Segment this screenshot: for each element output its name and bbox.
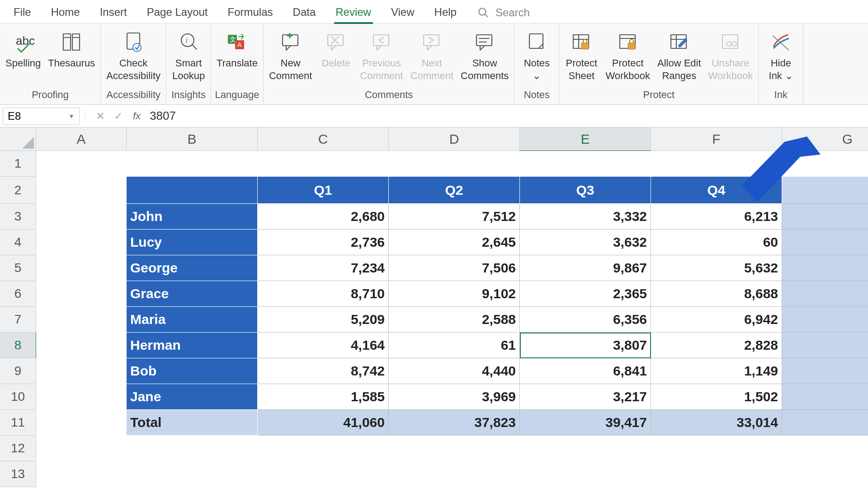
- cell-B6[interactable]: Grace: [127, 281, 258, 307]
- cell-F4[interactable]: 60: [651, 230, 782, 255]
- cell-D2[interactable]: Q2: [389, 177, 520, 204]
- cell-E10[interactable]: 3,217: [520, 384, 651, 410]
- protect-sheet-button[interactable]: Protect Sheet: [561, 26, 602, 82]
- cell-E7[interactable]: 6,356: [520, 307, 651, 333]
- row-header-5[interactable]: 5: [0, 255, 36, 281]
- tab-insert[interactable]: Insert: [90, 1, 137, 24]
- column-header-B[interactable]: B: [127, 127, 258, 151]
- search-box[interactable]: Search: [477, 6, 530, 19]
- cell-C7[interactable]: 5,209: [258, 307, 389, 333]
- row-header-13[interactable]: 13: [0, 461, 36, 487]
- cell-D7[interactable]: 2,588: [389, 307, 520, 333]
- cell-F7[interactable]: 6,942: [651, 307, 782, 333]
- cell-G10[interactable]: 10,: [782, 384, 868, 410]
- column-header-E[interactable]: E: [520, 127, 651, 151]
- row-header-7[interactable]: 7: [0, 307, 36, 333]
- tab-formulas[interactable]: Formulas: [218, 1, 283, 24]
- row-header-6[interactable]: 6: [0, 281, 36, 307]
- select-all-corner[interactable]: [0, 127, 36, 151]
- spelling-button[interactable]: abcSpelling: [2, 26, 44, 70]
- cell-C11[interactable]: 41,060: [258, 410, 389, 436]
- row-header-4[interactable]: 4: [0, 230, 36, 255]
- tab-help[interactable]: Help: [425, 1, 467, 24]
- cell-C10[interactable]: 1,585: [258, 384, 389, 410]
- new-comment-button[interactable]: New Comment: [265, 26, 316, 82]
- cell-E4[interactable]: 3,632: [520, 230, 651, 255]
- name-box-dropdown-icon[interactable]: ▼: [68, 113, 75, 120]
- tab-review[interactable]: Review: [326, 1, 381, 24]
- smart-lookup-button[interactable]: iSmart Lookup: [168, 26, 209, 82]
- row-header-1[interactable]: 1: [0, 151, 36, 177]
- cell-C4[interactable]: 2,736: [258, 230, 389, 255]
- cell-D10[interactable]: 3,969: [389, 384, 520, 410]
- cell-B10[interactable]: Jane: [127, 384, 258, 410]
- cell-G11[interactable]: [782, 410, 868, 436]
- column-header-C[interactable]: C: [258, 127, 389, 151]
- cell-D6[interactable]: 9,102: [389, 281, 520, 307]
- cell-C6[interactable]: 8,710: [258, 281, 389, 307]
- allow-edit-ranges-button[interactable]: Allow Edit Ranges: [654, 26, 705, 82]
- column-header-F[interactable]: F: [651, 127, 782, 151]
- row-header-2[interactable]: 2: [0, 177, 36, 204]
- cell-F2[interactable]: Q4: [651, 177, 782, 204]
- tab-file[interactable]: File: [4, 1, 41, 24]
- cell-F9[interactable]: 1,149: [651, 358, 782, 384]
- cell-F8[interactable]: 2,828: [651, 333, 782, 358]
- cell-C5[interactable]: 7,234: [258, 255, 389, 281]
- column-header-D[interactable]: D: [389, 127, 520, 151]
- formula-input[interactable]: [146, 105, 868, 127]
- protect-workbook-button[interactable]: Protect Workbook: [602, 26, 654, 82]
- hide-ink-button[interactable]: Hide Ink ⌄: [760, 26, 801, 82]
- show-comments-button[interactable]: Show Comments: [457, 26, 512, 82]
- row-header-3[interactable]: 3: [0, 204, 36, 230]
- cell-C9[interactable]: 8,742: [258, 358, 389, 384]
- check-accessibility-button[interactable]: Check Accessibility: [103, 26, 164, 82]
- row-header-11[interactable]: 11: [0, 410, 36, 436]
- tab-page-layout[interactable]: Page Layout: [137, 1, 218, 24]
- row-header-10[interactable]: 10: [0, 384, 36, 410]
- row-header-12[interactable]: 12: [0, 436, 36, 461]
- cell-G3[interactable]: 19,: [782, 204, 868, 230]
- cell-D8[interactable]: 61: [389, 333, 520, 358]
- cell-E9[interactable]: 6,841: [520, 358, 651, 384]
- cell-B5[interactable]: George: [127, 255, 258, 281]
- tab-home[interactable]: Home: [41, 1, 90, 24]
- row-header-8[interactable]: 8: [0, 333, 36, 358]
- cell-E11[interactable]: 39,417: [520, 410, 651, 436]
- cell-B7[interactable]: Maria: [127, 307, 258, 333]
- cell-D9[interactable]: 4,440: [389, 358, 520, 384]
- cell-F10[interactable]: 1,502: [651, 384, 782, 410]
- cancel-icon[interactable]: ✕: [91, 110, 109, 122]
- cell-F6[interactable]: 8,688: [651, 281, 782, 307]
- row-header-9[interactable]: 9: [0, 358, 36, 384]
- cell-E5[interactable]: 9,867: [520, 255, 651, 281]
- cell-B9[interactable]: Bob: [127, 358, 258, 384]
- tab-data[interactable]: Data: [283, 1, 326, 24]
- cell-G2[interactable]: Total: [782, 177, 868, 204]
- cell-D3[interactable]: 7,512: [389, 204, 520, 230]
- cell-F11[interactable]: 33,014: [651, 410, 782, 436]
- cell-E6[interactable]: 2,365: [520, 281, 651, 307]
- cell-G8[interactable]: 10,: [782, 333, 868, 358]
- fx-label[interactable]: fx: [133, 110, 141, 122]
- column-header-G[interactable]: G: [782, 127, 868, 151]
- cell-G7[interactable]: 21,: [782, 307, 868, 333]
- cell-D4[interactable]: 2,645: [389, 230, 520, 255]
- cell-B2[interactable]: [127, 177, 258, 204]
- cell-E2[interactable]: Q3: [520, 177, 651, 204]
- notes-button[interactable]: Notes ⌄: [516, 26, 557, 82]
- thesaurus-button[interactable]: Thesaurus: [44, 26, 99, 70]
- cell-B4[interactable]: Lucy: [127, 230, 258, 255]
- cell-C8[interactable]: 4,164: [258, 333, 389, 358]
- column-header-A[interactable]: A: [36, 127, 127, 151]
- cell-G6[interactable]: 28,: [782, 281, 868, 307]
- cell-D11[interactable]: 37,823: [389, 410, 520, 436]
- cell-D5[interactable]: 7,506: [389, 255, 520, 281]
- tab-view[interactable]: View: [381, 1, 425, 24]
- cell-F5[interactable]: 5,632: [651, 255, 782, 281]
- cell-C3[interactable]: 2,680: [258, 204, 389, 230]
- spreadsheet-grid[interactable]: ABCDEFG 12345678910111213 Q1Q2Q3Q4TotalJ…: [0, 127, 868, 488]
- cell-E3[interactable]: 3,332: [520, 204, 651, 230]
- translate-button[interactable]: 文ATranslate: [213, 26, 261, 70]
- name-box[interactable]: E8 ▼: [3, 108, 80, 125]
